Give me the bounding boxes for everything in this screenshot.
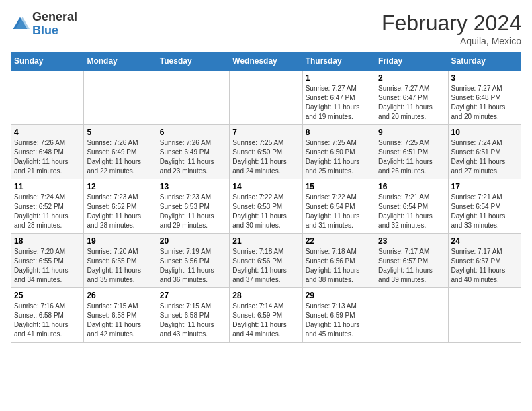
calendar-cell: 24Sunrise: 7:17 AM Sunset: 6:57 PM Dayli… — [448, 234, 521, 288]
day-info: Sunrise: 7:19 AM Sunset: 6:56 PM Dayligh… — [160, 247, 226, 285]
day-info: Sunrise: 7:17 AM Sunset: 6:57 PM Dayligh… — [378, 247, 445, 285]
calendar-cell: 6Sunrise: 7:26 AM Sunset: 6:49 PM Daylig… — [157, 125, 229, 179]
days-header-row: SundayMondayTuesdayWednesdayThursdayFrid… — [11, 52, 521, 71]
calendar-cell — [230, 71, 302, 125]
day-header-monday: Monday — [84, 52, 157, 71]
day-header-sunday: Sunday — [11, 52, 84, 71]
day-info: Sunrise: 7:25 AM Sunset: 6:50 PM Dayligh… — [232, 138, 299, 176]
logo-icon — [11, 15, 30, 34]
day-number: 22 — [306, 236, 372, 246]
day-number: 13 — [160, 182, 226, 191]
day-header-tuesday: Tuesday — [157, 52, 229, 71]
calendar-cell: 28Sunrise: 7:14 AM Sunset: 6:59 PM Dayli… — [230, 288, 302, 342]
day-number: 8 — [306, 128, 372, 137]
day-info: Sunrise: 7:21 AM Sunset: 6:54 PM Dayligh… — [378, 193, 445, 230]
calendar-cell: 1Sunrise: 7:27 AM Sunset: 6:47 PM Daylig… — [302, 71, 375, 125]
calendar-cell: 23Sunrise: 7:17 AM Sunset: 6:57 PM Dayli… — [375, 234, 448, 288]
day-header-friday: Friday — [375, 52, 448, 71]
calendar-table: SundayMondayTuesdayWednesdayThursdayFrid… — [11, 52, 521, 342]
calendar-cell: 14Sunrise: 7:22 AM Sunset: 6:53 PM Dayli… — [230, 179, 302, 234]
calendar-cell: 16Sunrise: 7:21 AM Sunset: 6:54 PM Dayli… — [375, 179, 448, 234]
day-header-thursday: Thursday — [302, 52, 375, 71]
day-number: 7 — [232, 128, 299, 137]
day-header-wednesday: Wednesday — [230, 52, 302, 71]
week-row-1: 1Sunrise: 7:27 AM Sunset: 6:47 PM Daylig… — [11, 71, 521, 125]
page-header: General Blue February 2024 Aquila, Mexic… — [11, 11, 521, 46]
calendar-title: February 2024 — [382, 11, 521, 36]
day-info: Sunrise: 7:15 AM Sunset: 6:58 PM Dayligh… — [160, 302, 226, 339]
logo-blue: Blue — [32, 24, 58, 37]
calendar-cell: 12Sunrise: 7:23 AM Sunset: 6:52 PM Dayli… — [84, 179, 157, 234]
day-number: 16 — [378, 182, 445, 191]
calendar-cell — [375, 288, 448, 342]
day-info: Sunrise: 7:24 AM Sunset: 6:52 PM Dayligh… — [14, 193, 81, 230]
day-info: Sunrise: 7:23 AM Sunset: 6:53 PM Dayligh… — [160, 193, 226, 230]
day-number: 15 — [306, 182, 372, 191]
day-info: Sunrise: 7:17 AM Sunset: 6:57 PM Dayligh… — [451, 247, 518, 285]
calendar-cell — [11, 71, 84, 125]
day-info: Sunrise: 7:18 AM Sunset: 6:56 PM Dayligh… — [232, 247, 299, 285]
day-number: 9 — [378, 128, 445, 137]
calendar-subtitle: Aquila, Mexico — [382, 36, 521, 46]
day-info: Sunrise: 7:16 AM Sunset: 6:58 PM Dayligh… — [14, 302, 81, 339]
title-block: February 2024 Aquila, Mexico — [382, 11, 521, 46]
day-info: Sunrise: 7:20 AM Sunset: 6:55 PM Dayligh… — [14, 247, 81, 285]
day-info: Sunrise: 7:25 AM Sunset: 6:50 PM Dayligh… — [306, 138, 372, 176]
day-info: Sunrise: 7:27 AM Sunset: 6:48 PM Dayligh… — [451, 84, 518, 122]
calendar-cell: 19Sunrise: 7:20 AM Sunset: 6:55 PM Dayli… — [84, 234, 157, 288]
calendar-cell — [157, 71, 229, 125]
calendar-cell: 7Sunrise: 7:25 AM Sunset: 6:50 PM Daylig… — [230, 125, 302, 179]
calendar-cell: 18Sunrise: 7:20 AM Sunset: 6:55 PM Dayli… — [11, 234, 84, 288]
day-number: 17 — [451, 182, 518, 191]
day-number: 21 — [232, 236, 299, 246]
calendar-cell: 9Sunrise: 7:25 AM Sunset: 6:51 PM Daylig… — [375, 125, 448, 179]
day-number: 1 — [306, 73, 372, 83]
day-info: Sunrise: 7:21 AM Sunset: 6:54 PM Dayligh… — [451, 193, 518, 230]
week-row-3: 11Sunrise: 7:24 AM Sunset: 6:52 PM Dayli… — [11, 179, 521, 234]
day-number: 19 — [87, 236, 153, 246]
day-number: 29 — [306, 291, 372, 300]
day-number: 18 — [14, 236, 81, 246]
day-info: Sunrise: 7:22 AM Sunset: 6:53 PM Dayligh… — [232, 193, 299, 230]
calendar-cell: 17Sunrise: 7:21 AM Sunset: 6:54 PM Dayli… — [448, 179, 521, 234]
calendar-cell: 13Sunrise: 7:23 AM Sunset: 6:53 PM Dayli… — [157, 179, 229, 234]
day-info: Sunrise: 7:13 AM Sunset: 6:59 PM Dayligh… — [306, 302, 372, 339]
calendar-cell: 27Sunrise: 7:15 AM Sunset: 6:58 PM Dayli… — [157, 288, 229, 342]
calendar-cell: 21Sunrise: 7:18 AM Sunset: 6:56 PM Dayli… — [230, 234, 302, 288]
calendar-cell: 29Sunrise: 7:13 AM Sunset: 6:59 PM Dayli… — [302, 288, 375, 342]
day-info: Sunrise: 7:20 AM Sunset: 6:55 PM Dayligh… — [87, 247, 153, 285]
calendar-cell: 26Sunrise: 7:15 AM Sunset: 6:58 PM Dayli… — [84, 288, 157, 342]
calendar-cell: 20Sunrise: 7:19 AM Sunset: 6:56 PM Dayli… — [157, 234, 229, 288]
day-info: Sunrise: 7:14 AM Sunset: 6:59 PM Dayligh… — [232, 302, 299, 339]
calendar-cell: 4Sunrise: 7:26 AM Sunset: 6:48 PM Daylig… — [11, 125, 84, 179]
calendar-cell: 8Sunrise: 7:25 AM Sunset: 6:50 PM Daylig… — [302, 125, 375, 179]
day-info: Sunrise: 7:27 AM Sunset: 6:47 PM Dayligh… — [306, 84, 372, 122]
day-number: 28 — [232, 291, 299, 300]
calendar-cell — [448, 288, 521, 342]
calendar-header: SundayMondayTuesdayWednesdayThursdayFrid… — [11, 52, 521, 71]
logo: General Blue — [11, 11, 77, 38]
week-row-2: 4Sunrise: 7:26 AM Sunset: 6:48 PM Daylig… — [11, 125, 521, 179]
day-number: 25 — [14, 291, 81, 300]
day-number: 24 — [451, 236, 518, 246]
day-number: 10 — [451, 128, 518, 137]
day-info: Sunrise: 7:25 AM Sunset: 6:51 PM Dayligh… — [378, 138, 445, 176]
calendar-cell: 25Sunrise: 7:16 AM Sunset: 6:58 PM Dayli… — [11, 288, 84, 342]
calendar-cell: 15Sunrise: 7:22 AM Sunset: 6:54 PM Dayli… — [302, 179, 375, 234]
day-number: 5 — [87, 128, 153, 137]
day-info: Sunrise: 7:27 AM Sunset: 6:47 PM Dayligh… — [378, 84, 445, 122]
calendar-cell: 2Sunrise: 7:27 AM Sunset: 6:47 PM Daylig… — [375, 71, 448, 125]
calendar-cell: 22Sunrise: 7:18 AM Sunset: 6:56 PM Dayli… — [302, 234, 375, 288]
calendar-cell: 11Sunrise: 7:24 AM Sunset: 6:52 PM Dayli… — [11, 179, 84, 234]
day-number: 3 — [451, 73, 518, 83]
day-number: 27 — [160, 291, 226, 300]
day-number: 2 — [378, 73, 445, 83]
calendar-cell: 10Sunrise: 7:24 AM Sunset: 6:51 PM Dayli… — [448, 125, 521, 179]
day-number: 11 — [14, 182, 81, 191]
day-number: 23 — [378, 236, 445, 246]
calendar-cell — [84, 71, 157, 125]
day-header-saturday: Saturday — [448, 52, 521, 71]
day-info: Sunrise: 7:23 AM Sunset: 6:52 PM Dayligh… — [87, 193, 153, 230]
day-info: Sunrise: 7:24 AM Sunset: 6:51 PM Dayligh… — [451, 138, 518, 176]
day-number: 20 — [160, 236, 226, 246]
